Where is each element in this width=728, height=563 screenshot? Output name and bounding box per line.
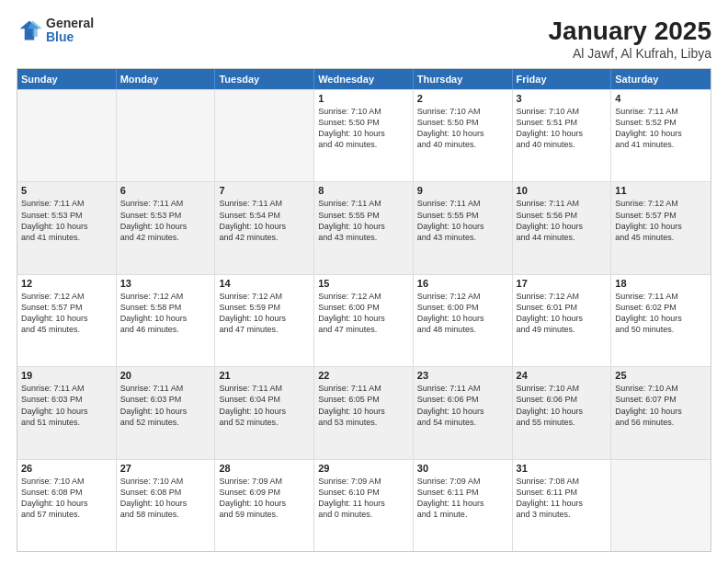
day-number: 8 — [318, 185, 409, 196]
cell-line: and 54 minutes. — [417, 417, 508, 428]
cell-line: Sunset: 5:57 PM — [615, 210, 707, 221]
cell-line: and 58 minutes. — [120, 509, 211, 520]
title-block: January 2025 Al Jawf, Al Kufrah, Libya — [549, 17, 711, 61]
cell-line: and 0 minutes. — [318, 509, 409, 520]
cell-line: Daylight: 11 hours — [517, 498, 608, 509]
day-number: 9 — [417, 185, 508, 196]
day-number: 1 — [318, 93, 409, 104]
day-number: 18 — [615, 278, 707, 289]
cell-line: Sunset: 6:08 PM — [120, 487, 211, 498]
cell-line: Sunset: 5:56 PM — [517, 210, 608, 221]
cell-line: and 55 minutes. — [517, 417, 608, 428]
cell-line: and 41 minutes. — [615, 139, 707, 150]
cell-line: and 50 minutes. — [615, 324, 707, 335]
cell-line: Daylight: 10 hours — [21, 221, 112, 232]
calendar-cell: 25Sunrise: 7:10 AMSunset: 6:07 PMDayligh… — [611, 367, 711, 458]
cell-line: Sunrise: 7:12 AM — [417, 291, 508, 302]
cell-line: Sunrise: 7:11 AM — [21, 198, 112, 209]
cell-line: Daylight: 10 hours — [417, 128, 508, 139]
calendar-cell: 2Sunrise: 7:10 AMSunset: 5:50 PMDaylight… — [414, 90, 513, 181]
cell-line: Daylight: 10 hours — [417, 313, 508, 324]
cell-line: Sunrise: 7:08 AM — [517, 476, 608, 487]
cell-line: Sunrise: 7:10 AM — [615, 383, 707, 394]
header: General Blue January 2025 Al Jawf, Al Ku… — [17, 17, 711, 61]
cell-line: Daylight: 10 hours — [318, 221, 409, 232]
calendar-row: 1Sunrise: 7:10 AMSunset: 5:50 PMDaylight… — [17, 89, 711, 181]
cell-line: Daylight: 10 hours — [120, 498, 211, 509]
calendar-cell: 17Sunrise: 7:12 AMSunset: 6:01 PMDayligh… — [513, 275, 612, 366]
cell-line: Sunset: 6:06 PM — [417, 394, 508, 405]
cell-line: and 49 minutes. — [517, 324, 608, 335]
calendar-day-header: Friday — [513, 69, 612, 89]
calendar-cell: 26Sunrise: 7:10 AMSunset: 6:08 PMDayligh… — [17, 460, 117, 551]
cell-line: Sunrise: 7:12 AM — [517, 291, 608, 302]
cell-line: Daylight: 10 hours — [615, 406, 707, 417]
cell-line: Daylight: 10 hours — [517, 406, 608, 417]
logo-icon — [17, 17, 42, 43]
cell-line: Sunrise: 7:11 AM — [21, 383, 112, 394]
calendar-cell: 20Sunrise: 7:11 AMSunset: 6:03 PMDayligh… — [117, 367, 216, 458]
cell-line: Sunrise: 7:11 AM — [318, 198, 409, 209]
day-number: 25 — [615, 370, 707, 381]
cell-line: Sunrise: 7:11 AM — [517, 198, 608, 209]
cell-line: Sunrise: 7:09 AM — [417, 476, 508, 487]
calendar-cell — [215, 90, 314, 181]
day-number: 23 — [417, 370, 508, 381]
cell-line: and 51 minutes. — [21, 417, 112, 428]
cell-line: Sunrise: 7:11 AM — [417, 383, 508, 394]
cell-line: Daylight: 10 hours — [417, 221, 508, 232]
cell-line: Sunset: 6:02 PM — [615, 302, 707, 313]
calendar-cell: 15Sunrise: 7:12 AMSunset: 6:00 PMDayligh… — [314, 275, 414, 366]
calendar-row: 26Sunrise: 7:10 AMSunset: 6:08 PMDayligh… — [17, 459, 711, 551]
calendar-header: SundayMondayTuesdayWednesdayThursdayFrid… — [17, 69, 711, 89]
calendar-cell: 31Sunrise: 7:08 AMSunset: 6:11 PMDayligh… — [513, 460, 612, 551]
day-number: 12 — [21, 278, 112, 289]
cell-line: and 40 minutes. — [318, 139, 409, 150]
day-number: 30 — [417, 463, 508, 474]
calendar: SundayMondayTuesdayWednesdayThursdayFrid… — [17, 68, 711, 552]
cell-line: Sunset: 6:03 PM — [120, 394, 211, 405]
cell-line: and 43 minutes. — [417, 232, 508, 243]
cell-line: and 45 minutes. — [21, 324, 112, 335]
cell-line: and 42 minutes. — [120, 232, 211, 243]
cell-line: and 52 minutes. — [219, 417, 310, 428]
calendar-cell: 4Sunrise: 7:11 AMSunset: 5:52 PMDaylight… — [611, 90, 711, 181]
day-number: 16 — [417, 278, 508, 289]
calendar-cell: 5Sunrise: 7:11 AMSunset: 5:53 PMDaylight… — [17, 182, 117, 273]
cell-line: Daylight: 10 hours — [21, 498, 112, 509]
cell-line: Daylight: 10 hours — [120, 313, 211, 324]
calendar-cell: 16Sunrise: 7:12 AMSunset: 6:00 PMDayligh… — [414, 275, 513, 366]
cell-line: Sunset: 5:59 PM — [219, 302, 310, 313]
cell-line: Sunset: 6:01 PM — [517, 302, 608, 313]
cell-line: Sunrise: 7:12 AM — [120, 291, 211, 302]
day-number: 28 — [219, 463, 310, 474]
day-number: 13 — [120, 278, 211, 289]
cell-line: and 40 minutes. — [417, 139, 508, 150]
cell-line: Daylight: 10 hours — [517, 221, 608, 232]
calendar-cell — [117, 90, 216, 181]
calendar-cell: 1Sunrise: 7:10 AMSunset: 5:50 PMDaylight… — [314, 90, 414, 181]
calendar-cell: 13Sunrise: 7:12 AMSunset: 5:58 PMDayligh… — [117, 275, 216, 366]
cell-line: Sunset: 5:52 PM — [615, 117, 707, 128]
cell-line: Sunset: 5:53 PM — [21, 210, 112, 221]
cell-line: Sunset: 6:03 PM — [21, 394, 112, 405]
cell-line: and 1 minute. — [417, 509, 508, 520]
page: General Blue January 2025 Al Jawf, Al Ku… — [0, 0, 728, 563]
calendar-day-header: Thursday — [414, 69, 513, 89]
cell-line: Sunset: 6:04 PM — [219, 394, 310, 405]
logo-blue-text: Blue — [46, 30, 94, 44]
day-number: 15 — [318, 278, 409, 289]
cell-line: Sunrise: 7:10 AM — [318, 106, 409, 117]
day-number: 7 — [219, 185, 310, 196]
cell-line: Sunrise: 7:10 AM — [417, 106, 508, 117]
day-number: 4 — [615, 93, 707, 104]
calendar-cell — [17, 90, 117, 181]
day-number: 3 — [517, 93, 608, 104]
cell-line: Daylight: 10 hours — [120, 221, 211, 232]
cell-line: Daylight: 10 hours — [318, 406, 409, 417]
cell-line: Sunrise: 7:12 AM — [318, 291, 409, 302]
cell-line: Sunrise: 7:11 AM — [219, 383, 310, 394]
cell-line: Daylight: 10 hours — [517, 313, 608, 324]
calendar-day-header: Wednesday — [314, 69, 414, 89]
day-number: 20 — [120, 370, 211, 381]
